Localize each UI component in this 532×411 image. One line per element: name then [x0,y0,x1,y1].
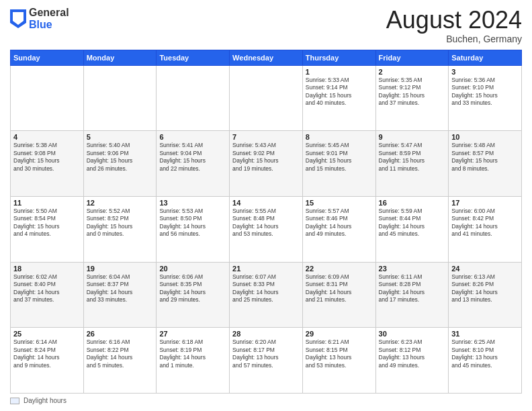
calendar-cell: 7Sunrise: 5:43 AM Sunset: 9:02 PM Daylig… [230,131,303,197]
day-info: Sunrise: 6:14 AM Sunset: 8:24 PM Dayligh… [13,338,81,369]
calendar-week-row: 11Sunrise: 5:50 AM Sunset: 8:54 PM Dayli… [11,196,522,262]
calendar-cell: 17Sunrise: 6:00 AM Sunset: 8:42 PM Dayli… [449,196,522,262]
calendar-week-row: 1Sunrise: 5:33 AM Sunset: 9:14 PM Daylig… [11,65,522,131]
calendar-cell: 29Sunrise: 6:21 AM Sunset: 8:15 PM Dayli… [302,328,375,394]
day-number: 29 [306,330,373,338]
day-info: Sunrise: 6:16 AM Sunset: 8:22 PM Dayligh… [87,338,154,369]
calendar-cell: 26Sunrise: 6:16 AM Sunset: 8:22 PM Dayli… [83,328,157,394]
day-info: Sunrise: 5:41 AM Sunset: 9:04 PM Dayligh… [159,142,226,173]
day-info: Sunrise: 5:50 AM Sunset: 8:54 PM Dayligh… [13,208,81,238]
calendar-cell: 10Sunrise: 5:48 AM Sunset: 8:57 PM Dayli… [449,131,522,197]
day-number: 1 [306,68,373,76]
day-number: 17 [451,199,519,207]
day-info: Sunrise: 6:23 AM Sunset: 8:12 PM Dayligh… [379,338,446,369]
calendar-cell [11,65,84,131]
calendar-cell: 15Sunrise: 5:57 AM Sunset: 8:46 PM Dayli… [302,196,375,262]
day-info: Sunrise: 5:47 AM Sunset: 8:59 PM Dayligh… [379,142,446,173]
calendar-header-saturday: Saturday [449,50,522,65]
calendar-cell: 23Sunrise: 6:11 AM Sunset: 8:28 PM Dayli… [375,262,449,328]
day-info: Sunrise: 6:00 AM Sunset: 8:42 PM Dayligh… [451,208,519,238]
footer: Daylight hours [10,397,522,404]
day-info: Sunrise: 5:43 AM Sunset: 9:02 PM Dayligh… [232,142,300,173]
logo-general-text: General [29,7,69,19]
day-info: Sunrise: 6:25 AM Sunset: 8:10 PM Dayligh… [451,338,519,369]
calendar-cell: 14Sunrise: 5:55 AM Sunset: 8:48 PM Dayli… [230,196,303,262]
day-info: Sunrise: 6:20 AM Sunset: 8:17 PM Dayligh… [232,338,300,369]
daylight-box [10,398,19,404]
day-number: 23 [379,265,446,273]
day-info: Sunrise: 5:45 AM Sunset: 9:01 PM Dayligh… [306,142,373,173]
calendar-cell: 11Sunrise: 5:50 AM Sunset: 8:54 PM Dayli… [11,196,84,262]
day-info: Sunrise: 5:40 AM Sunset: 9:06 PM Dayligh… [87,142,154,173]
day-info: Sunrise: 6:09 AM Sunset: 8:31 PM Dayligh… [306,273,373,304]
day-info: Sunrise: 6:06 AM Sunset: 8:35 PM Dayligh… [159,273,226,304]
day-info: Sunrise: 6:21 AM Sunset: 8:15 PM Dayligh… [306,338,373,369]
day-info: Sunrise: 5:59 AM Sunset: 8:44 PM Dayligh… [379,208,446,238]
calendar-cell: 18Sunrise: 6:02 AM Sunset: 8:40 PM Dayli… [11,262,84,328]
day-info: Sunrise: 5:52 AM Sunset: 8:52 PM Dayligh… [87,208,154,238]
day-number: 24 [451,265,519,273]
logo-text: General Blue [29,7,69,30]
calendar-cell: 20Sunrise: 6:06 AM Sunset: 8:35 PM Dayli… [157,262,230,328]
day-info: Sunrise: 5:55 AM Sunset: 8:48 PM Dayligh… [232,208,300,238]
calendar-week-row: 18Sunrise: 6:02 AM Sunset: 8:40 PM Dayli… [11,262,522,328]
day-number: 3 [451,68,519,76]
calendar-cell: 5Sunrise: 5:40 AM Sunset: 9:06 PM Daylig… [83,131,157,197]
header: General Blue August 2024 Buchen, Germany [10,7,522,44]
day-number: 10 [451,133,519,141]
day-number: 30 [379,330,446,338]
calendar-week-row: 25Sunrise: 6:14 AM Sunset: 8:24 PM Dayli… [11,328,522,394]
day-number: 12 [87,199,154,207]
day-number: 18 [13,265,81,273]
logo-icon [10,9,26,28]
day-info: Sunrise: 5:38 AM Sunset: 9:08 PM Dayligh… [13,142,81,173]
calendar-week-row: 4Sunrise: 5:38 AM Sunset: 9:08 PM Daylig… [11,131,522,197]
calendar-cell: 24Sunrise: 6:13 AM Sunset: 8:26 PM Dayli… [449,262,522,328]
day-number: 13 [159,199,226,207]
day-info: Sunrise: 6:02 AM Sunset: 8:40 PM Dayligh… [13,273,81,304]
day-info: Sunrise: 5:35 AM Sunset: 9:12 PM Dayligh… [379,77,446,107]
calendar-cell: 31Sunrise: 6:25 AM Sunset: 8:10 PM Dayli… [449,328,522,394]
day-number: 26 [87,330,154,338]
calendar-cell: 27Sunrise: 6:18 AM Sunset: 8:19 PM Dayli… [157,328,230,394]
calendar-header-tuesday: Tuesday [157,50,230,65]
daylight-label: Daylight hours [24,397,66,404]
calendar-cell: 16Sunrise: 5:59 AM Sunset: 8:44 PM Dayli… [375,196,449,262]
day-info: Sunrise: 6:04 AM Sunset: 8:37 PM Dayligh… [87,273,154,304]
calendar-cell [230,65,303,131]
calendar-cell: 12Sunrise: 5:52 AM Sunset: 8:52 PM Dayli… [83,196,157,262]
calendar-header-sunday: Sunday [11,50,84,65]
day-number: 6 [159,133,226,141]
calendar-cell: 25Sunrise: 6:14 AM Sunset: 8:24 PM Dayli… [11,328,84,394]
day-info: Sunrise: 6:18 AM Sunset: 8:19 PM Dayligh… [159,338,226,369]
day-info: Sunrise: 5:53 AM Sunset: 8:50 PM Dayligh… [159,208,226,238]
day-number: 25 [13,330,81,338]
day-number: 9 [379,133,446,141]
day-number: 7 [232,133,300,141]
calendar-cell: 13Sunrise: 5:53 AM Sunset: 8:50 PM Dayli… [157,196,230,262]
location: Buchen, Germany [386,34,522,44]
calendar-cell [157,65,230,131]
day-info: Sunrise: 6:13 AM Sunset: 8:26 PM Dayligh… [451,273,519,304]
day-number: 8 [306,133,373,141]
calendar-cell: 3Sunrise: 5:36 AM Sunset: 9:10 PM Daylig… [449,65,522,131]
calendar-cell: 22Sunrise: 6:09 AM Sunset: 8:31 PM Dayli… [302,262,375,328]
calendar-cell: 28Sunrise: 6:20 AM Sunset: 8:17 PM Dayli… [230,328,303,394]
day-number: 21 [232,265,300,273]
calendar-header-monday: Monday [83,50,157,65]
day-number: 28 [232,330,300,338]
day-number: 15 [306,199,373,207]
day-info: Sunrise: 5:33 AM Sunset: 9:14 PM Dayligh… [306,77,373,107]
day-number: 4 [13,133,81,141]
day-number: 5 [87,133,154,141]
month-title: August 2024 [386,7,522,34]
day-number: 16 [379,199,446,207]
day-number: 2 [379,68,446,76]
day-info: Sunrise: 6:07 AM Sunset: 8:33 PM Dayligh… [232,273,300,304]
calendar-cell [83,65,157,131]
day-number: 27 [159,330,226,338]
day-info: Sunrise: 5:36 AM Sunset: 9:10 PM Dayligh… [451,77,519,107]
calendar-header-wednesday: Wednesday [230,50,303,65]
calendar-header-row: SundayMondayTuesdayWednesdayThursdayFrid… [11,50,522,65]
day-info: Sunrise: 5:48 AM Sunset: 8:57 PM Dayligh… [451,142,519,173]
